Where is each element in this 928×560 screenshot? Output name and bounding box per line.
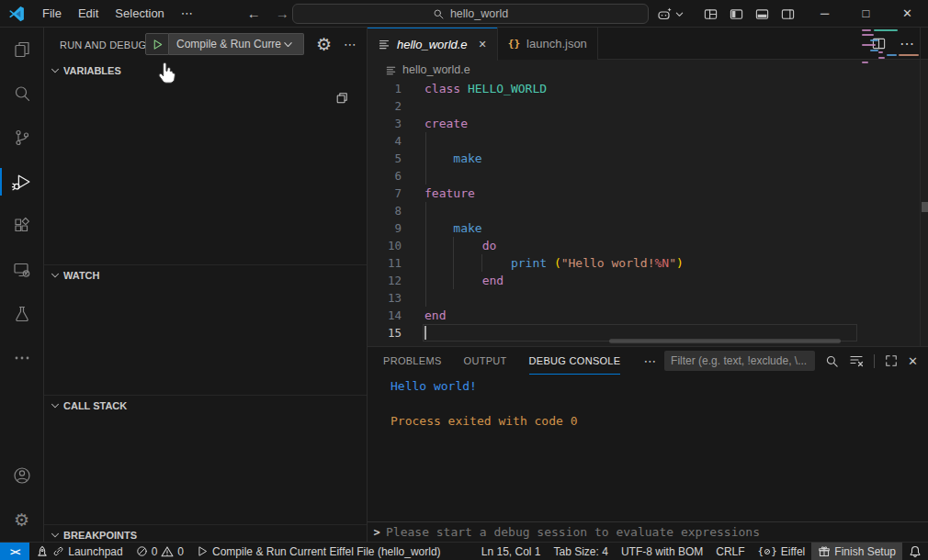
code-line-3[interactable]: 3create [368, 115, 928, 132]
minimap[interactable] [862, 29, 921, 94]
menu-selection[interactable]: Selection [107, 4, 172, 24]
launchpad-status-item[interactable]: Launchpad [29, 543, 129, 560]
tab-debug-console[interactable]: DEBUG CONSOLE [529, 347, 621, 375]
line-number[interactable]: 2 [368, 97, 402, 115]
code-line-7[interactable]: 7feature [368, 185, 928, 202]
search-icon[interactable] [825, 354, 839, 368]
code-line-8[interactable]: 8 [368, 202, 928, 219]
line-number[interactable]: 14 [368, 307, 402, 324]
source-control-icon[interactable] [0, 116, 44, 160]
console-filter-input[interactable] [664, 351, 815, 371]
debug-views-more-icon[interactable]: ⋯ [344, 37, 356, 51]
line-number[interactable]: 10 [368, 237, 402, 254]
line-number[interactable]: 12 [368, 272, 402, 289]
close-tab-icon[interactable]: ✕ [479, 39, 487, 50]
horizontal-scrollbar[interactable] [609, 339, 841, 343]
debug-settings-gear-icon[interactable]: ⚙ [316, 36, 332, 53]
menu-edit[interactable]: Edit [70, 4, 107, 24]
tab-launch-json[interactable]: {} launch.json [498, 28, 598, 60]
line-number[interactable]: 5 [368, 150, 402, 167]
toggle-panel-icon[interactable] [755, 7, 769, 21]
menu-file[interactable]: File [34, 4, 70, 24]
section-watch[interactable]: WATCH [44, 264, 367, 285]
language-label: Eiffel [781, 545, 805, 558]
code-line-5[interactable]: 5 make [368, 150, 928, 167]
copy-value-icon[interactable] [335, 92, 348, 105]
customize-layout-icon[interactable] [704, 7, 718, 21]
console-line: Process exited with code 0 [368, 412, 928, 430]
explorer-icon[interactable] [0, 28, 44, 72]
line-number[interactable]: 1 [368, 80, 402, 97]
window-close-button[interactable]: ✕ [887, 0, 928, 28]
line-number[interactable]: 11 [368, 254, 402, 272]
tab-problems[interactable]: PROBLEMS [383, 347, 442, 375]
code-line-12[interactable]: 12 end [368, 272, 928, 289]
line-number[interactable]: 8 [368, 202, 402, 219]
settings-gear-icon[interactable]: ⚙ [0, 498, 44, 542]
more-views-icon[interactable] [0, 336, 44, 380]
gift-icon [818, 545, 831, 558]
line-number[interactable]: 15 [368, 324, 402, 342]
search-sidebar-icon[interactable] [0, 72, 44, 116]
line-number[interactable]: 6 [368, 167, 402, 185]
menu-more[interactable]: ⋯ [173, 4, 201, 24]
run-task-status-item[interactable]: Compile & Run Current Eiffel File (hello… [190, 543, 447, 560]
line-number[interactable]: 7 [368, 185, 402, 202]
scrollbar-track [920, 28, 921, 346]
eol-status[interactable]: CRLF [709, 543, 751, 560]
cursor-position-status[interactable]: Ln 15, Col 1 [475, 543, 548, 560]
window-minimize-button[interactable]: ─ [804, 0, 845, 28]
code-line-2[interactable]: 2 [368, 97, 928, 115]
notifications-bell-icon[interactable] [902, 543, 928, 560]
code-line-9[interactable]: 9 make [368, 219, 928, 237]
section-breakpoints[interactable]: BREAKPOINTS [44, 524, 367, 542]
maximize-panel-icon[interactable] [885, 354, 898, 367]
code-line-10[interactable]: 10 do [368, 237, 928, 254]
command-center-search[interactable]: hello_world [292, 4, 649, 24]
remote-explorer-icon[interactable] [0, 248, 44, 292]
code-line-13[interactable]: 13 [368, 289, 928, 307]
code-editor[interactable]: 1class HELLO_WORLD23create45 make67featu… [368, 80, 928, 346]
vertical-scrollbar[interactable] [922, 202, 928, 212]
close-panel-icon[interactable]: ✕ [908, 354, 918, 368]
clear-console-icon[interactable] [849, 353, 864, 368]
file-list-icon [385, 64, 397, 76]
tab-output[interactable]: OUTPUT [464, 347, 507, 375]
warning-count: 0 [177, 545, 184, 558]
line-number[interactable]: 3 [368, 115, 402, 132]
run-and-debug-icon[interactable] [0, 160, 44, 204]
code-line-6[interactable]: 6 [368, 167, 928, 185]
window-maximize-button[interactable]: □ [845, 0, 887, 28]
section-variables[interactable]: VARIABLES [44, 61, 367, 81]
problems-status-item[interactable]: 0 0 [130, 543, 190, 560]
code-line-11[interactable]: 11 print ("Hello world!%N") [368, 254, 928, 272]
code-line-14[interactable]: 14end [368, 307, 928, 324]
line-number[interactable]: 13 [368, 289, 402, 307]
debug-console-input[interactable] [386, 525, 928, 539]
indentation-status[interactable]: Tab Size: 4 [548, 543, 615, 560]
line-number[interactable]: 4 [368, 132, 402, 150]
code-line-1[interactable]: 1class HELLO_WORLD [368, 80, 928, 97]
accounts-icon[interactable] [0, 454, 44, 498]
section-call-stack[interactable]: CALL STACK [44, 395, 367, 415]
toggle-secondary-sidebar-icon[interactable] [781, 7, 795, 21]
copilot-menu[interactable] [657, 6, 684, 22]
encoding-status[interactable]: UTF-8 with BOM [615, 543, 709, 560]
panel-more-tabs-icon[interactable]: ⋯ [643, 353, 656, 368]
language-mode-status[interactable]: { } Eiffel [752, 543, 812, 560]
testing-icon[interactable] [0, 292, 44, 336]
launch-configuration-select[interactable]: Compile & Run Curre [169, 33, 304, 55]
tab-hello-world-e[interactable]: hello_world.e ✕ [368, 28, 498, 61]
go-forward-icon[interactable]: → [276, 6, 289, 21]
editor-group: hello_world.e ✕ {} launch.json ⋯ hello_w… [368, 28, 928, 346]
go-back-icon[interactable]: ← [247, 6, 261, 21]
breadcrumb[interactable]: hello_world.e [368, 60, 928, 80]
extensions-icon[interactable] [0, 204, 44, 248]
indent-guide [453, 237, 454, 289]
line-number[interactable]: 9 [368, 219, 402, 237]
start-debugging-button[interactable] [145, 33, 169, 55]
code-line-4[interactable]: 4 [368, 132, 928, 150]
remote-indicator[interactable]: >< [0, 543, 29, 560]
finish-setup-status[interactable]: Finish Setup [811, 543, 902, 560]
toggle-primary-sidebar-icon[interactable] [730, 7, 743, 21]
